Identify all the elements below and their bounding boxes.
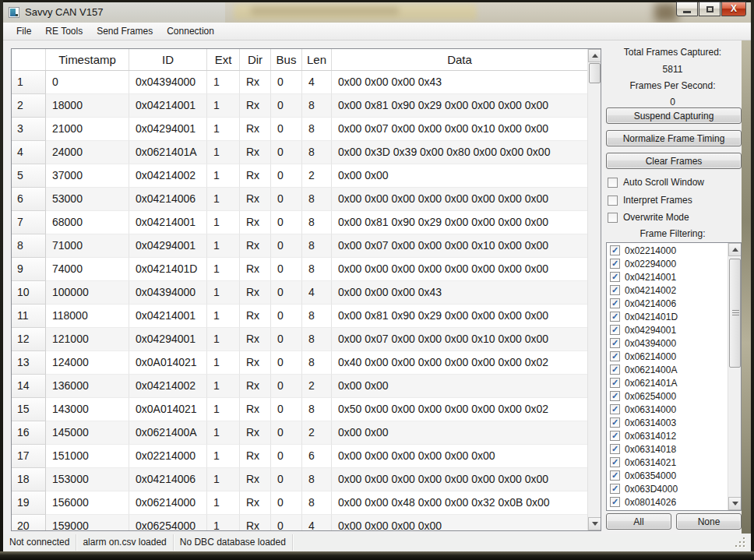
table-row[interactable]: 191560000x062140001Rx080x00 0x00 0x48 0x…: [12, 491, 587, 515]
filter-item[interactable]: 0x04294001: [607, 323, 728, 336]
checkbox-checked-icon[interactable]: [610, 497, 620, 507]
clear-frames-button[interactable]: Clear Frames: [606, 153, 742, 169]
filter-item[interactable]: 0x04394000: [607, 336, 728, 350]
table-row[interactable]: 101000000x043940001Rx040x00 0x00 0x00 0x…: [12, 281, 587, 305]
table-row[interactable]: 6530000x042140061Rx080x00 0x00 0x00 0x00…: [12, 188, 587, 211]
filter-item[interactable]: 0x04214001: [607, 270, 728, 284]
header-id[interactable]: ID: [129, 49, 207, 70]
minimize-button[interactable]: [676, 2, 698, 16]
checkbox-icon[interactable]: [608, 178, 618, 188]
filter-all-button[interactable]: All: [606, 513, 671, 530]
scroll-down-button[interactable]: [728, 497, 742, 510]
suspend-capturing-button[interactable]: Suspend Capturing: [606, 107, 742, 124]
filter-id-label: 0x06254000: [625, 391, 676, 402]
header-dir[interactable]: Dir: [240, 49, 271, 70]
table-row[interactable]: 4240000x0621401A1Rx080x00 0x3D 0x39 0x00…: [12, 141, 587, 164]
table-scrollbar[interactable]: [587, 49, 601, 530]
table-scrollbar-thumb[interactable]: [589, 63, 601, 83]
scroll-down-button[interactable]: [588, 517, 601, 530]
checkbox-checked-icon[interactable]: [610, 457, 620, 467]
table-row[interactable]: 121210000x042940011Rx080x00 0x07 0x00 0x…: [12, 328, 587, 351]
resize-grip[interactable]: [735, 537, 746, 548]
minimize-icon: [683, 11, 691, 13]
table-row[interactable]: 131240000x0A0140211Rx080x40 0x00 0x00 0x…: [12, 351, 587, 375]
auto-scroll-checkbox-row[interactable]: Auto Scroll Window: [608, 177, 704, 188]
filter-item[interactable]: 0x0621401A: [607, 376, 728, 389]
close-button[interactable]: X: [721, 2, 746, 16]
filter-none-button[interactable]: None: [676, 513, 742, 530]
checkbox-checked-icon[interactable]: [610, 444, 620, 454]
table-row[interactable]: 171510000x022140001Rx060x00 0x00 0x00 0x…: [12, 445, 587, 468]
table-row[interactable]: 201590000x062540001Rx040x00 0x00 0x00 0x…: [12, 515, 587, 530]
filter-item[interactable]: 0x02214000: [607, 244, 728, 257]
scroll-up-button[interactable]: [588, 49, 601, 62]
title-bar[interactable]: Savvy CAN V157: [3, 2, 751, 23]
filter-item[interactable]: 0x06214000: [607, 350, 728, 363]
table-row[interactable]: 8710000x042940011Rx080x00 0x07 0x00 0x00…: [12, 234, 587, 258]
table-row[interactable]: 5370000x042140021Rx020x00 0x00: [12, 164, 587, 188]
row-number: 9: [12, 258, 46, 281]
checkbox-icon[interactable]: [608, 195, 618, 206]
filter-item[interactable]: 0x063D4000: [607, 482, 728, 495]
filter-item[interactable]: 0x04214002: [607, 284, 728, 297]
filter-item[interactable]: 0x06314000: [607, 403, 728, 416]
checkbox-checked-icon[interactable]: [610, 391, 620, 401]
checkbox-checked-icon[interactable]: [610, 404, 620, 414]
table-row[interactable]: 181530000x042140061Rx080x00 0x00 0x00 0x…: [12, 468, 587, 491]
checkbox-checked-icon[interactable]: [610, 470, 620, 481]
filter-item[interactable]: 0x0421401D: [607, 310, 728, 323]
header-bus[interactable]: Bus: [271, 49, 302, 70]
table-row[interactable]: 3210000x042940011Rx080x00 0x07 0x00 0x00…: [12, 118, 587, 141]
checkbox-checked-icon[interactable]: [610, 378, 620, 388]
menu-connection[interactable]: Connection: [160, 23, 221, 41]
filter-item[interactable]: 0x06254000: [607, 389, 728, 403]
checkbox-checked-icon[interactable]: [610, 431, 620, 441]
checkbox-checked-icon[interactable]: [610, 351, 620, 361]
filter-item[interactable]: 0x06314003: [607, 416, 728, 429]
filter-item[interactable]: 0x02294000: [607, 257, 728, 270]
filter-scrollbar[interactable]: [728, 243, 741, 510]
filter-item[interactable]: 0x06314021: [607, 456, 728, 469]
checkbox-checked-icon[interactable]: [610, 325, 620, 335]
filter-item[interactable]: 0x08014026: [607, 495, 728, 509]
checkbox-checked-icon[interactable]: [610, 338, 620, 348]
table-row[interactable]: 2180000x042140011Rx080x00 0x81 0x90 0x29…: [12, 94, 587, 118]
header-timestamp[interactable]: Timestamp: [46, 49, 129, 70]
filter-item[interactable]: 0x06314012: [607, 429, 728, 442]
table-row[interactable]: 9740000x0421401D1Rx080x00 0x00 0x00 0x00…: [12, 258, 587, 281]
table-row[interactable]: 141360000x042140021Rx020x00 0x00: [12, 375, 587, 398]
checkbox-checked-icon[interactable]: [610, 272, 620, 282]
filter-scrollbar-thumb[interactable]: [729, 259, 741, 368]
interpret-frames-checkbox-row[interactable]: Interpret Frames: [608, 195, 692, 206]
filter-item[interactable]: 0x0621400A: [607, 363, 728, 376]
header-len[interactable]: Len: [302, 49, 332, 70]
header-data[interactable]: Data: [332, 49, 587, 70]
header-ext[interactable]: Ext: [207, 49, 240, 70]
checkbox-checked-icon[interactable]: [610, 417, 620, 428]
table-row[interactable]: 161450000x0621400A1Rx020x00 0x00: [12, 421, 587, 445]
checkbox-checked-icon[interactable]: [610, 312, 620, 322]
scroll-up-button[interactable]: [728, 243, 742, 256]
table-row[interactable]: 151430000x0A0140211Rx080x50 0x00 0x00 0x…: [12, 398, 587, 421]
menu-file[interactable]: File: [9, 23, 38, 41]
table-row[interactable]: 7680000x042140011Rx080x00 0x81 0x90 0x29…: [12, 211, 587, 234]
cell-len: 2: [302, 375, 332, 398]
table-row[interactable]: 100x043940001Rx040x00 0x00 0x00 0x43: [12, 71, 587, 94]
overwrite-mode-checkbox-row[interactable]: Overwrite Mode: [608, 212, 689, 223]
filter-item[interactable]: 0x06314018: [607, 442, 728, 456]
checkbox-checked-icon[interactable]: [610, 245, 620, 255]
cell-dir: Rx: [240, 281, 271, 305]
checkbox-checked-icon[interactable]: [610, 298, 620, 308]
table-row[interactable]: 111180000x042140011Rx080x00 0x81 0x90 0x…: [12, 305, 587, 328]
maximize-button[interactable]: [699, 2, 721, 16]
normalize-frame-timing-button[interactable]: Normalize Frame Timing: [606, 130, 742, 146]
checkbox-checked-icon[interactable]: [610, 259, 620, 269]
filter-item[interactable]: 0x06354000: [607, 469, 728, 482]
checkbox-icon[interactable]: [608, 213, 618, 223]
menu-send-frames[interactable]: Send Frames: [90, 23, 160, 41]
checkbox-checked-icon[interactable]: [610, 285, 620, 295]
filter-item[interactable]: 0x04214006: [607, 297, 728, 310]
menu-re-tools[interactable]: RE Tools: [38, 23, 90, 41]
checkbox-checked-icon[interactable]: [610, 365, 620, 375]
checkbox-checked-icon[interactable]: [610, 484, 620, 494]
